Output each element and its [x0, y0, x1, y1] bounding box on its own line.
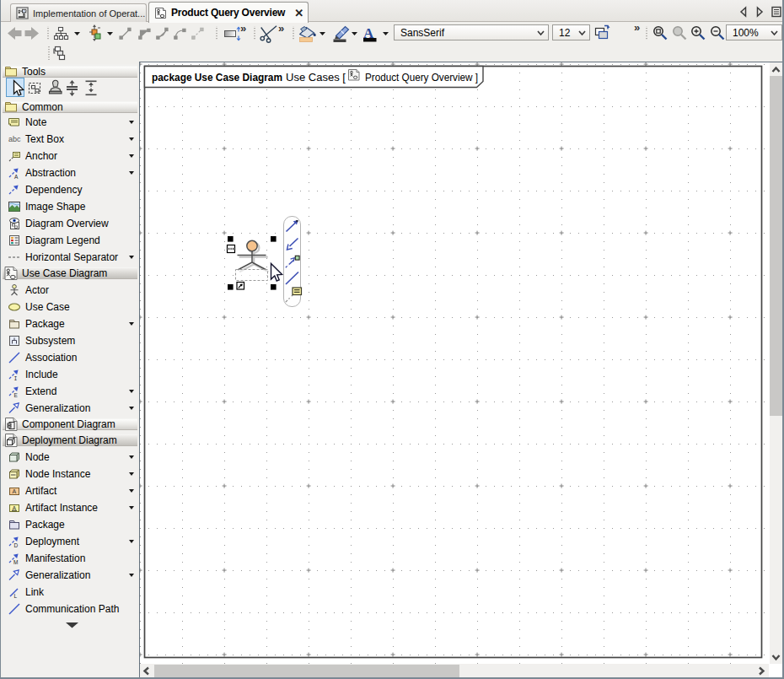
- svg-text:»: »: [634, 23, 640, 34]
- svg-text:M: M: [13, 559, 18, 565]
- svg-text:»: »: [278, 23, 284, 35]
- svg-text:»: »: [240, 23, 246, 35]
- svg-text:abc: abc: [8, 135, 21, 143]
- svg-text:Use Cases [: Use Cases [: [286, 72, 346, 84]
- svg-text:Product Query Overview ]: Product Query Overview ]: [365, 72, 478, 84]
- svg-text:I: I: [14, 376, 18, 382]
- svg-text:A: A: [14, 174, 19, 180]
- svg-text:A: A: [13, 505, 17, 511]
- svg-text:A: A: [13, 488, 17, 494]
- svg-text:E: E: [14, 392, 19, 398]
- svg-text:L: L: [14, 593, 18, 599]
- svg-text:package Use Case Diagram: package Use Case Diagram: [152, 72, 282, 84]
- svg-text:D: D: [14, 542, 19, 548]
